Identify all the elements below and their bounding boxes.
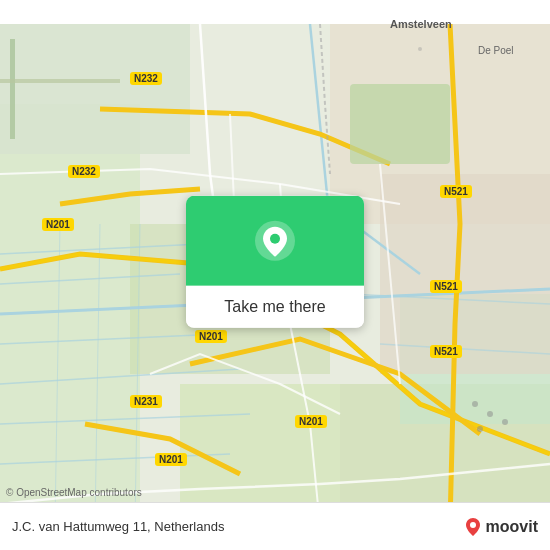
road-label-n201-3: N201	[295, 415, 327, 428]
road-label-n201-2: N201	[195, 330, 227, 343]
svg-rect-8	[0, 24, 190, 154]
location-pin-icon	[253, 219, 297, 263]
svg-point-26	[472, 401, 478, 407]
svg-point-33	[470, 522, 476, 528]
road-label-n201-1: N201	[42, 218, 74, 231]
road-label-n231-2: N231	[130, 395, 162, 408]
road-label-n201-4: N201	[155, 453, 187, 466]
svg-point-28	[502, 419, 508, 425]
svg-rect-10	[0, 79, 120, 83]
svg-rect-25	[350, 84, 450, 164]
road-label-n232-2: N232	[68, 165, 100, 178]
button-top-area	[186, 196, 364, 286]
map-container: N232 N232 N201 N201 N201 N201 N231 N231 …	[0, 0, 550, 550]
svg-rect-9	[10, 39, 15, 139]
svg-point-27	[487, 411, 493, 417]
city-label-amstelveen: Amstelveen	[390, 18, 452, 30]
svg-point-29	[477, 426, 483, 432]
bottom-info-bar: J.C. van Hattumweg 11, Netherlands moovi…	[0, 502, 550, 550]
moovit-logo-text: moovit	[486, 518, 538, 536]
moovit-logo: moovit	[462, 516, 538, 538]
svg-rect-7	[380, 174, 550, 374]
take-me-there-button[interactable]: Take me there	[186, 196, 364, 328]
city-label-de-poel: De Poel	[478, 45, 514, 56]
road-label-n232-1: N232	[130, 72, 162, 85]
address-label: J.C. van Hattumweg 11, Netherlands	[12, 519, 224, 534]
svg-point-32	[270, 234, 280, 244]
road-label-n521-2: N521	[430, 280, 462, 293]
take-me-there-label: Take me there	[186, 286, 364, 328]
road-label-n521-3: N521	[430, 345, 462, 358]
map-attribution: © OpenStreetMap contributors	[6, 487, 142, 498]
svg-point-30	[418, 47, 422, 51]
moovit-logo-icon	[462, 516, 484, 538]
road-label-n521-1: N521	[440, 185, 472, 198]
